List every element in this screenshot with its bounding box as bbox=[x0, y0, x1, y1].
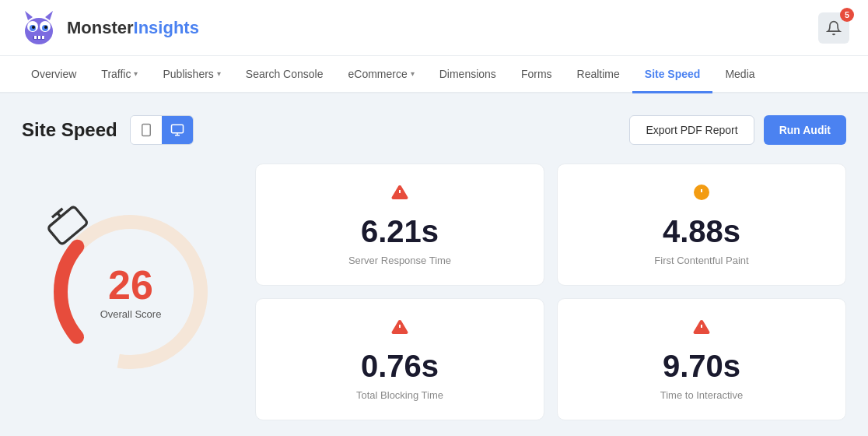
bell-icon bbox=[826, 20, 842, 36]
metric-card-total-blocking-time: 0.76s Total Blocking Time bbox=[255, 298, 544, 420]
desktop-icon bbox=[170, 123, 184, 137]
device-toggle bbox=[130, 115, 194, 145]
svg-marker-8 bbox=[45, 11, 53, 20]
overall-score-value: 26 bbox=[108, 265, 153, 305]
score-section: 26 Overall Score bbox=[22, 164, 240, 420]
metric-card-first-contentful-paint: 4.88s First Contentful Paint bbox=[557, 164, 846, 286]
nav-item-site-speed[interactable]: Site Speed bbox=[632, 56, 713, 93]
run-audit-button[interactable]: Run Audit bbox=[764, 115, 846, 145]
svg-point-5 bbox=[32, 26, 35, 29]
svg-rect-15 bbox=[171, 125, 183, 133]
logo-icon bbox=[19, 8, 59, 48]
svg-rect-11 bbox=[38, 36, 40, 39]
chevron-down-icon: ▾ bbox=[411, 69, 415, 78]
total-blocking-time-label: Total Blocking Time bbox=[356, 389, 443, 401]
metrics-grid: 6.21s Server Response Time 4.88s First C… bbox=[255, 164, 846, 420]
info-icon bbox=[692, 183, 711, 206]
page-title-right: Export PDF Report Run Audit bbox=[629, 115, 846, 145]
logo-monster: Monster bbox=[67, 18, 134, 37]
chevron-down-icon: ▾ bbox=[134, 69, 138, 78]
time-to-interactive-label: Time to Interactive bbox=[660, 389, 743, 401]
svg-point-6 bbox=[44, 26, 47, 29]
server-response-time-value: 6.21s bbox=[361, 214, 439, 248]
nav-item-media[interactable]: Media bbox=[712, 56, 767, 93]
notification-badge: 5 bbox=[840, 8, 854, 22]
nav-item-realtime[interactable]: Realtime bbox=[565, 56, 632, 93]
logo-area: MonsterInsights bbox=[19, 8, 199, 48]
nav-item-overview[interactable]: Overview bbox=[19, 56, 89, 93]
export-pdf-button[interactable]: Export PDF Report bbox=[629, 115, 754, 145]
desktop-device-button[interactable] bbox=[162, 116, 193, 144]
warning-icon bbox=[390, 183, 409, 206]
svg-line-22 bbox=[58, 213, 61, 217]
header: MonsterInsights 5 bbox=[0, 0, 868, 56]
content-grid: 26 Overall Score 6.21s Server Response T… bbox=[22, 164, 846, 420]
server-response-time-label: Server Response Time bbox=[348, 255, 451, 266]
chevron-down-icon: ▾ bbox=[217, 69, 221, 78]
metric-card-server-response-time: 6.21s Server Response Time bbox=[255, 164, 544, 286]
warning-icon bbox=[692, 318, 711, 341]
score-circle-wrapper: 26 Overall Score bbox=[45, 206, 216, 378]
page-title: Site Speed bbox=[22, 119, 117, 141]
svg-rect-10 bbox=[34, 36, 37, 39]
first-contentful-paint-value: 4.88s bbox=[663, 214, 740, 248]
nav-item-traffic[interactable]: Traffic ▾ bbox=[89, 56, 150, 93]
overall-score-label: Overall Score bbox=[100, 308, 162, 320]
mobile-icon bbox=[139, 123, 153, 137]
time-to-interactive-value: 9.70s bbox=[663, 349, 740, 383]
nav-item-dimensions[interactable]: Dimensions bbox=[427, 56, 509, 93]
nav-item-ecommerce[interactable]: eCommerce ▾ bbox=[335, 56, 426, 93]
metric-card-time-to-interactive: 9.70s Time to Interactive bbox=[557, 298, 846, 420]
nav-item-publishers[interactable]: Publishers ▾ bbox=[150, 56, 233, 93]
logo-text: MonsterInsights bbox=[67, 18, 199, 38]
header-right: 5 bbox=[818, 12, 849, 44]
svg-point-0 bbox=[25, 18, 53, 44]
first-contentful-paint-label: First Contentful Paint bbox=[654, 255, 748, 266]
nav: Overview Traffic ▾ Publishers ▾ Search C… bbox=[0, 56, 868, 93]
logo-insights: Insights bbox=[134, 18, 199, 37]
main-content: Site Speed Export PDF Rep bbox=[0, 93, 868, 436]
nav-item-search-console[interactable]: Search Console bbox=[233, 56, 336, 93]
warning-icon bbox=[390, 318, 409, 341]
svg-marker-7 bbox=[25, 11, 33, 20]
nav-item-forms[interactable]: Forms bbox=[509, 56, 565, 93]
total-blocking-time-value: 0.76s bbox=[361, 349, 439, 383]
score-inner: 26 Overall Score bbox=[100, 265, 162, 320]
svg-rect-12 bbox=[42, 36, 44, 39]
page-title-row: Site Speed Export PDF Rep bbox=[22, 115, 846, 145]
mobile-device-button[interactable] bbox=[131, 116, 162, 144]
page-title-left: Site Speed bbox=[22, 115, 194, 145]
